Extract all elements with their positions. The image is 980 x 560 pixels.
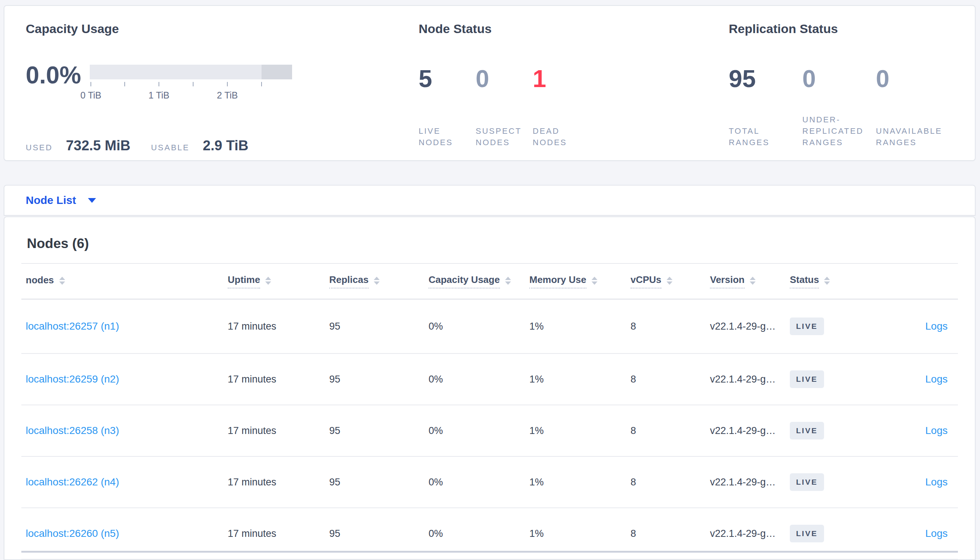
status-badge: LIVE xyxy=(790,525,824,542)
column-header-version[interactable]: Version xyxy=(710,274,790,288)
logs-link[interactable]: Logs xyxy=(925,425,948,436)
status-badge: LIVE xyxy=(790,317,824,335)
column-header-nodes[interactable]: nodes xyxy=(26,275,228,288)
total-ranges-count: 95 xyxy=(729,65,802,93)
capacity-usage-panel: Capacity Usage 0.0% 0 TiB 1 TiB 2 TiB US… xyxy=(4,6,415,160)
version-cell: v22.1.4-29-g… xyxy=(710,321,790,332)
unavailable-ranges-label: UNAVAILABLE RANGES xyxy=(876,125,946,148)
logs-link[interactable]: Logs xyxy=(925,528,948,539)
logs-link[interactable]: Logs xyxy=(925,476,948,488)
column-header-capacity-usage[interactable]: Capacity Usage xyxy=(428,274,529,288)
table-row: localhost:26258 (n3) 17 minutes 95 0% 1%… xyxy=(21,405,958,457)
total-ranges-label: TOTAL RANGES xyxy=(729,125,776,148)
node-link[interactable]: localhost:26258 (n3) xyxy=(26,425,119,436)
node-link[interactable]: localhost:26260 (n5) xyxy=(26,528,119,539)
capacity-cell: 0% xyxy=(428,477,529,488)
replicas-cell: 95 xyxy=(329,321,428,332)
capacity-cell: 0% xyxy=(428,528,529,539)
view-selector-label[interactable]: Node List xyxy=(26,194,76,207)
vcpus-cell: 8 xyxy=(630,321,710,332)
memory-cell: 1% xyxy=(529,425,630,437)
vcpus-cell: 8 xyxy=(630,374,710,385)
replicas-cell: 95 xyxy=(329,425,428,437)
table-row: localhost:26262 (n4) 17 minutes 95 0% 1%… xyxy=(21,457,958,508)
capacity-bar-end-segment xyxy=(262,65,292,79)
sort-icon[interactable] xyxy=(505,277,511,285)
usable-label: USABLE xyxy=(151,143,189,152)
live-nodes-count: 5 xyxy=(419,65,476,93)
memory-cell: 1% xyxy=(529,374,630,385)
column-header-replicas[interactable]: Replicas xyxy=(329,274,428,288)
replication-status-panel: Replication Status 95 0 0 TOTAL RANGES U… xyxy=(725,6,975,160)
version-cell: v22.1.4-29-g… xyxy=(710,477,790,488)
uptime-cell: 17 minutes xyxy=(228,425,329,437)
version-cell: v22.1.4-29-g… xyxy=(710,374,790,385)
node-status-panel: Node Status 5 0 1 LIVE NODES SUSPECT NOD… xyxy=(415,6,725,160)
memory-cell: 1% xyxy=(529,528,630,539)
bottom-scroll-rule xyxy=(21,551,958,553)
capacity-cell: 0% xyxy=(428,321,529,332)
column-header-memory-use[interactable]: Memory Use xyxy=(529,274,630,288)
node-status-title: Node Status xyxy=(419,21,725,37)
view-selector-dropdown[interactable]: Node List xyxy=(4,185,976,216)
used-label: USED xyxy=(26,143,53,152)
vcpus-cell: 8 xyxy=(630,425,710,437)
status-badge: LIVE xyxy=(790,422,824,440)
under-replicated-ranges-count: 0 xyxy=(802,65,876,93)
status-badge: LIVE xyxy=(790,370,824,388)
node-link[interactable]: localhost:26259 (n2) xyxy=(26,373,119,385)
tick-label-0: 0 TiB xyxy=(80,90,102,101)
capacity-gauge: 0.0% 0 TiB 1 TiB 2 TiB xyxy=(26,65,415,101)
table-header-row: nodes Uptime Replicas Capacity Usage Mem… xyxy=(21,264,958,300)
version-cell: v22.1.4-29-g… xyxy=(710,528,790,539)
capacity-cell: 0% xyxy=(428,425,529,437)
version-cell: v22.1.4-29-g… xyxy=(710,425,790,437)
sort-icon[interactable] xyxy=(824,277,830,285)
under-replicated-ranges-label: UNDER-REPLICATED RANGES xyxy=(802,114,872,148)
logs-link[interactable]: Logs xyxy=(925,320,948,332)
uptime-cell: 17 minutes xyxy=(228,321,329,332)
sort-icon[interactable] xyxy=(667,277,672,285)
sort-icon[interactable] xyxy=(592,277,597,285)
logs-link[interactable]: Logs xyxy=(925,373,948,385)
memory-cell: 1% xyxy=(529,477,630,488)
tick-label-1: 1 TiB xyxy=(149,90,170,101)
uptime-cell: 17 minutes xyxy=(228,477,329,488)
suspect-nodes-count: 0 xyxy=(476,65,533,93)
capacity-bar xyxy=(90,65,292,79)
tick-label-2: 2 TiB xyxy=(217,90,238,101)
column-header-vcpus[interactable]: vCPUs xyxy=(630,274,710,288)
capacity-cell: 0% xyxy=(428,374,529,385)
capacity-axis-labels: 0 TiB 1 TiB 2 TiB xyxy=(90,90,292,101)
sort-icon[interactable] xyxy=(374,277,380,285)
sort-icon[interactable] xyxy=(59,277,65,285)
replicas-cell: 95 xyxy=(329,477,428,488)
unavailable-ranges-count: 0 xyxy=(876,65,950,93)
replicas-cell: 95 xyxy=(329,528,428,539)
usable-value: 2.9 TiB xyxy=(203,138,248,153)
capacity-axis-ticks xyxy=(90,82,292,88)
vcpus-cell: 8 xyxy=(630,528,710,539)
used-value: 732.5 MiB xyxy=(66,138,130,153)
replicas-cell: 95 xyxy=(329,374,428,385)
vcpus-cell: 8 xyxy=(630,477,710,488)
sort-icon[interactable] xyxy=(265,277,271,285)
dead-nodes-count: 1 xyxy=(533,65,590,93)
uptime-cell: 17 minutes xyxy=(228,528,329,539)
table-row: localhost:26257 (n1) 17 minutes 95 0% 1%… xyxy=(21,300,958,354)
dead-nodes-label: DEAD NODES xyxy=(533,125,577,148)
nodes-table-card: Nodes (6) nodes Uptime Replicas Capacity… xyxy=(4,217,976,560)
chevron-down-icon xyxy=(88,198,96,203)
column-header-status[interactable]: Status xyxy=(790,274,891,288)
nodes-table-title: Nodes (6) xyxy=(27,236,975,251)
uptime-cell: 17 minutes xyxy=(228,374,329,385)
node-link[interactable]: localhost:26262 (n4) xyxy=(26,476,119,488)
column-header-uptime[interactable]: Uptime xyxy=(228,274,329,288)
replication-status-title: Replication Status xyxy=(729,21,975,37)
memory-cell: 1% xyxy=(529,321,630,332)
sort-icon[interactable] xyxy=(750,277,756,285)
node-link[interactable]: localhost:26257 (n1) xyxy=(26,320,119,332)
status-badge: LIVE xyxy=(790,473,824,491)
live-nodes-label: LIVE NODES xyxy=(419,125,463,148)
table-row: localhost:26259 (n2) 17 minutes 95 0% 1%… xyxy=(21,354,958,405)
